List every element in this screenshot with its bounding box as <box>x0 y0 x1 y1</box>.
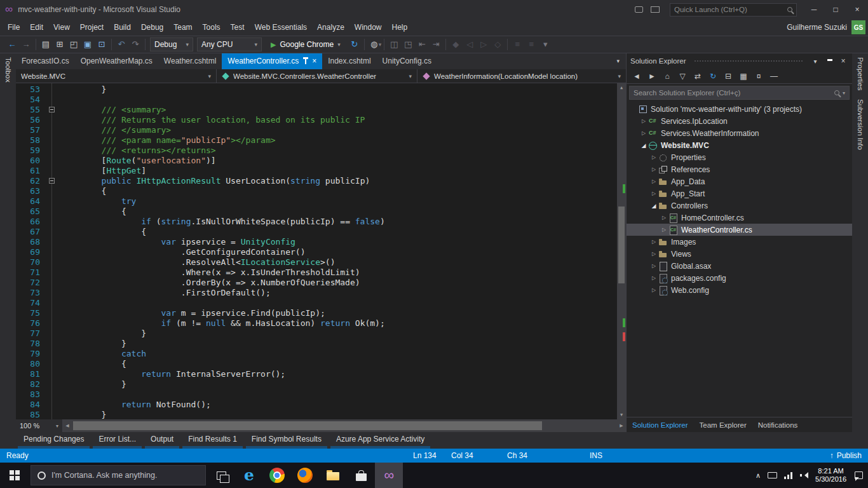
collapsed-arrow-icon[interactable]: ▷ <box>649 179 658 184</box>
scroll-left-icon[interactable]: ◀ <box>63 419 72 432</box>
scrollbar-thumb[interactable] <box>618 207 625 283</box>
close-icon[interactable]: × <box>312 53 316 69</box>
code-line[interactable]: } <box>62 339 617 349</box>
code-line[interactable]: { <box>62 186 617 196</box>
code-line[interactable]: return NotFound(); <box>62 400 617 410</box>
collapsed-arrow-icon[interactable]: ▷ <box>649 275 658 281</box>
start-button[interactable] <box>0 463 29 488</box>
tree-item-properties[interactable]: ▷Properties <box>627 151 852 163</box>
menu-item-analyze[interactable]: Analyze <box>312 19 349 36</box>
code-line[interactable]: try <box>62 196 617 207</box>
vertical-scrollbar[interactable]: ▲ ▼ <box>617 83 626 419</box>
feedback-icon[interactable] <box>630 3 647 16</box>
tab-index-cshtml[interactable]: Index.cshtml <box>322 53 376 69</box>
show-all-files-icon[interactable]: ▦ <box>737 72 750 81</box>
visual-studio-taskbar-icon[interactable] <box>375 463 403 488</box>
scroll-right-icon[interactable]: ▶ <box>617 419 626 432</box>
code-line[interactable]: var ipservice = UnityConfig <box>62 237 617 247</box>
code-line[interactable]: [HttpGet] <box>62 166 617 176</box>
menu-item-window[interactable]: Window <box>349 19 387 36</box>
increase-indent-icon[interactable]: ⇥ <box>429 36 443 53</box>
tree-item-website-mvc[interactable]: ◢Website.MVC <box>627 139 852 151</box>
tree-item-global-asax[interactable]: ▷Global.asax <box>627 260 852 272</box>
panel-tab-team-explorer[interactable]: Team Explorer <box>694 417 752 433</box>
collapsed-arrow-icon[interactable]: ▷ <box>660 215 668 220</box>
touch-keyboard-icon[interactable] <box>768 472 777 478</box>
toolbox-tab[interactable]: Toolbox <box>4 57 12 83</box>
code-line[interactable]: } <box>62 410 617 419</box>
code-line[interactable]: .OrderBy(x => x.NumberOfQueriesMade) <box>62 278 617 288</box>
code-line[interactable]: catch <box>62 349 617 359</box>
window-position-icon[interactable]: ▾ <box>810 58 820 65</box>
solution-platforms-dropdown[interactable]: Any CPU▾ <box>197 37 262 51</box>
preview-changes-icon[interactable]: ◳ <box>401 36 415 53</box>
fold-marker[interactable] <box>49 178 55 184</box>
taskbar-clock[interactable]: 8:21 AM 5/30/2016 <box>815 467 846 484</box>
scroll-up-icon[interactable]: ▲ <box>617 83 626 92</box>
previous-bookmark-icon[interactable]: ◁ <box>463 36 477 53</box>
tab-weather-cshtml[interactable]: Weather.cshtml <box>158 53 222 69</box>
code-line[interactable] <box>62 298 617 308</box>
tree-item-app-start[interactable]: ▷App_Start <box>627 187 852 200</box>
code-line[interactable]: /// Returns the user location, based on … <box>62 115 617 125</box>
tool-window-tab-error-list[interactable]: Error List... <box>93 433 142 449</box>
code-line[interactable]: public IHttpActionResult UserLocation(st… <box>62 176 617 186</box>
navigate-forward-icon[interactable]: → <box>19 36 33 53</box>
preview-selected-items-icon[interactable]: — <box>768 72 780 81</box>
collapsed-arrow-icon[interactable]: ▷ <box>649 263 658 269</box>
filter-icon[interactable]: ▽ <box>676 72 689 81</box>
code-line[interactable]: if (m != null && m.HasLocation) return O… <box>62 318 617 329</box>
menu-item-team[interactable]: Team <box>168 19 197 36</box>
network-icon[interactable] <box>784 472 793 479</box>
collapsed-arrow-icon[interactable]: ▷ <box>649 154 658 160</box>
member-dropdown[interactable]: WeatherInformation(LocationModel locatio… <box>417 69 626 83</box>
code-line[interactable]: { <box>62 207 617 217</box>
close-icon[interactable]: × <box>838 57 848 65</box>
chrome-taskbar-icon[interactable] <box>263 463 291 488</box>
clear-bookmarks-icon[interactable]: ◇ <box>491 36 505 53</box>
user-account[interactable]: Guilherme Suzuki GS <box>787 20 868 34</box>
tree-item-solution-mvc-weather-with-unity-3-projects[interactable]: Solution 'mvc-weather-with-unity' (3 pro… <box>627 103 852 115</box>
code-line[interactable]: } <box>62 379 617 390</box>
cortana-search-input[interactable]: I'm Cortana. Ask me anything. <box>31 465 206 485</box>
code-line[interactable]: return InternalServerError(); <box>62 369 617 379</box>
expanded-arrow-icon[interactable]: ◢ <box>649 203 658 209</box>
open-file-icon[interactable]: ◰ <box>67 36 81 53</box>
minimize-button[interactable]: ─ <box>803 0 825 19</box>
code-folding-margin[interactable] <box>46 83 58 419</box>
code-line[interactable]: .ResolveAll<ILocationService>() <box>62 257 617 268</box>
close-button[interactable]: × <box>846 0 868 19</box>
code-line[interactable]: [Route("userlocation")] <box>62 156 617 166</box>
tool-window-tab-azure-app-service-activity[interactable]: Azure App Service Activity <box>330 433 430 449</box>
next-bookmark-icon[interactable]: ▷ <box>477 36 491 53</box>
collapsed-arrow-icon[interactable]: ▷ <box>649 166 658 172</box>
maximize-button[interactable]: □ <box>825 0 846 19</box>
code-line[interactable]: var m = ipservice.Find(publicIp); <box>62 308 617 318</box>
forward-icon[interactable]: ► <box>646 72 658 81</box>
collapse-all-icon[interactable]: ⊟ <box>722 72 735 81</box>
code-line[interactable]: } <box>62 329 617 339</box>
code-line[interactable] <box>62 95 617 105</box>
code-line[interactable]: if (string.IsNullOrWhiteSpace(publicIp) … <box>62 217 617 227</box>
code-line[interactable]: { <box>62 227 617 237</box>
menu-item-debug[interactable]: Debug <box>136 19 168 36</box>
tree-item-references[interactable]: ▷References <box>627 163 852 175</box>
tree-item-web-config[interactable]: ▷Web.config <box>627 284 852 296</box>
redo-icon[interactable]: ↷ <box>128 36 142 53</box>
code-line[interactable]: .FirstOrDefault(); <box>62 288 617 298</box>
browser-link-refresh-icon[interactable]: ↻ <box>348 36 362 53</box>
code-line[interactable]: /// <summary> <box>62 105 617 115</box>
properties-icon[interactable]: ¤ <box>752 72 765 81</box>
solution-search-input[interactable]: Search Solution Explorer (Ctrl+ç) ▾ <box>629 86 850 100</box>
scrollbar-thumb[interactable] <box>73 421 542 430</box>
code-line[interactable]: .Where(x => x.IsUnderThresholdLimit) <box>62 268 617 278</box>
collapsed-arrow-icon[interactable]: ▷ <box>639 118 648 124</box>
menu-item-edit[interactable]: Edit <box>25 19 48 36</box>
tool-window-tab-pending-changes[interactable]: Pending Changes <box>18 433 90 449</box>
code-line[interactable]: { <box>62 359 617 369</box>
code-line[interactable]: /// </summary> <box>62 125 617 135</box>
code-line[interactable]: /// <param name="publicIp"></param> <box>62 135 617 146</box>
solution-configurations-dropdown[interactable]: Debug▾ <box>150 37 193 51</box>
panel-tab-solution-explorer[interactable]: Solution Explorer <box>627 417 694 433</box>
tree-item-controllers[interactable]: ◢Controllers <box>627 200 852 212</box>
